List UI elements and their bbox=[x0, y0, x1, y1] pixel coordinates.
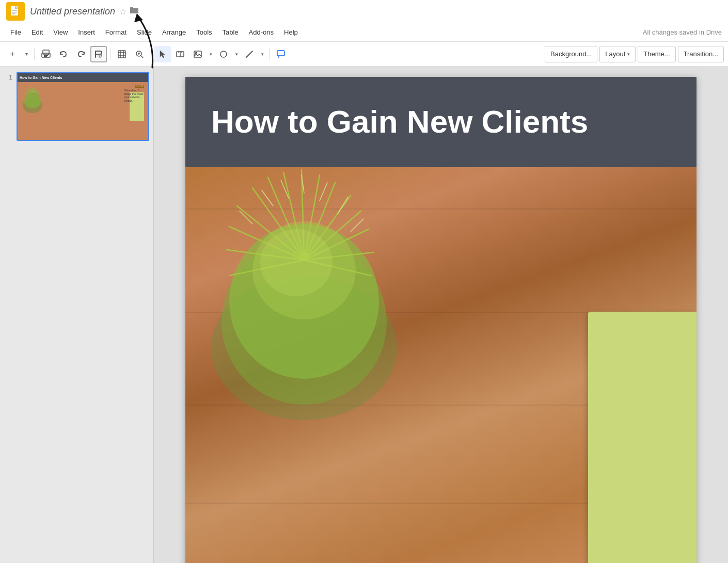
star-icon[interactable]: ☆ bbox=[119, 7, 126, 17]
svg-point-57 bbox=[260, 229, 333, 296]
comment-button[interactable] bbox=[273, 46, 289, 62]
thumb-step-label: Step 1 bbox=[135, 84, 144, 87]
google-slides-logo bbox=[6, 2, 25, 21]
menu-addons[interactable]: Add-ons bbox=[245, 26, 278, 38]
paint-format-button[interactable] bbox=[90, 46, 107, 62]
toolbar-right: Background... Layout ▾ Theme... Transiti… bbox=[545, 46, 724, 62]
slide-canvas: How to Gain New Clients bbox=[185, 77, 697, 563]
print-button[interactable] bbox=[38, 46, 54, 62]
slide-panel: 1 How to Gain New Clients bbox=[0, 67, 154, 563]
svg-rect-10 bbox=[48, 54, 49, 55]
svg-point-17 bbox=[220, 51, 227, 57]
presentation-title[interactable]: Untitled presentation bbox=[30, 6, 115, 17]
svg-rect-12 bbox=[118, 51, 125, 58]
menu-bar: File Edit View Insert Format Slide Arran… bbox=[0, 23, 728, 42]
slide-thumbnail[interactable]: How to Gain New Clients bbox=[17, 72, 149, 141]
image-dropdown[interactable]: ▾ bbox=[207, 46, 214, 62]
menu-file[interactable]: File bbox=[6, 26, 25, 38]
menu-insert[interactable]: Insert bbox=[74, 26, 99, 38]
divider-3 bbox=[151, 48, 151, 60]
menu-view[interactable]: View bbox=[49, 26, 72, 38]
thumb-step-text: Write down 3 things that make your servi… bbox=[124, 89, 144, 102]
shape-dropdown[interactable]: ▾ bbox=[233, 46, 240, 62]
menu-table[interactable]: Table bbox=[218, 26, 243, 38]
add-button[interactable]: + bbox=[4, 46, 21, 62]
divider-2 bbox=[110, 48, 110, 60]
slide-title[interactable]: How to Gain New Clients bbox=[211, 104, 588, 139]
menu-arrange[interactable]: Arrange bbox=[158, 26, 190, 38]
menu-slide[interactable]: Slide bbox=[133, 26, 156, 38]
menu-edit[interactable]: Edit bbox=[27, 26, 47, 38]
svg-rect-6 bbox=[43, 50, 49, 54]
divider-1 bbox=[34, 48, 35, 60]
line-button[interactable] bbox=[241, 46, 258, 62]
svg-line-53 bbox=[351, 219, 363, 232]
zoom-button[interactable] bbox=[131, 46, 148, 62]
layout-button[interactable]: Layout ▾ bbox=[599, 46, 636, 62]
image-button[interactable] bbox=[189, 46, 206, 62]
transition-button[interactable]: Transition... bbox=[678, 46, 724, 62]
slide-thumb-container: 1 How to Gain New Clients bbox=[4, 72, 149, 141]
svg-rect-2 bbox=[12, 10, 17, 11]
notebook bbox=[588, 312, 697, 563]
add-dropdown-button[interactable]: ▾ bbox=[22, 46, 31, 62]
svg-rect-3 bbox=[12, 12, 17, 13]
canvas-area[interactable]: How to Gain New Clients bbox=[154, 67, 728, 563]
undo-button[interactable] bbox=[55, 46, 72, 62]
menu-help[interactable]: Help bbox=[280, 26, 302, 38]
menu-format[interactable]: Format bbox=[101, 26, 131, 38]
svg-rect-18 bbox=[277, 51, 284, 56]
fit-button[interactable] bbox=[114, 46, 130, 62]
redo-button[interactable] bbox=[73, 46, 89, 62]
thumb-header: How to Gain New Clients bbox=[18, 73, 148, 82]
title-bar: Untitled presentation ☆ bbox=[0, 0, 728, 23]
shape-button[interactable] bbox=[215, 46, 232, 62]
svg-line-52 bbox=[338, 197, 348, 214]
select-button[interactable] bbox=[154, 46, 171, 62]
thumb-body: Step 1 Write down 3 things that make you… bbox=[18, 82, 148, 140]
save-status: All changes saved in Drive bbox=[643, 28, 722, 36]
background-button[interactable]: Background... bbox=[545, 46, 597, 62]
folder-icon bbox=[130, 7, 139, 16]
main-area: 1 How to Gain New Clients bbox=[0, 67, 728, 563]
slide-number: 1 bbox=[4, 74, 12, 81]
svg-rect-4 bbox=[12, 13, 15, 14]
text-box-button[interactable] bbox=[172, 46, 188, 62]
menu-tools[interactable]: Tools bbox=[192, 26, 216, 38]
line-dropdown[interactable]: ▾ bbox=[259, 46, 266, 62]
slide-title-band: How to Gain New Clients bbox=[185, 77, 697, 167]
svg-rect-9 bbox=[44, 56, 47, 57]
svg-point-11 bbox=[101, 54, 102, 56]
divider-4 bbox=[269, 48, 270, 60]
svg-rect-8 bbox=[44, 55, 48, 56]
svg-point-30 bbox=[24, 94, 41, 108]
plant-svg bbox=[201, 167, 418, 436]
svg-line-51 bbox=[320, 183, 327, 201]
svg-line-24 bbox=[26, 88, 33, 92]
toolbar: + ▾ ▾ ▾ ▾ bbox=[0, 42, 728, 67]
theme-button[interactable]: Theme... bbox=[638, 46, 675, 62]
slide-photo bbox=[185, 167, 697, 563]
svg-rect-15 bbox=[194, 51, 201, 57]
